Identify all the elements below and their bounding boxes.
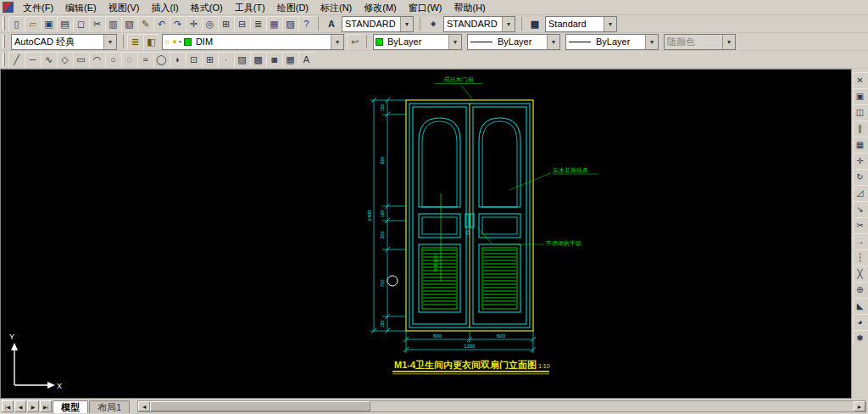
layer-on-icon[interactable]: ☼ xyxy=(164,37,170,46)
offset-icon[interactable]: ∥ xyxy=(853,120,868,136)
layer-states-manager-icon[interactable]: ◧ xyxy=(143,34,159,50)
polygon-icon[interactable]: ◇ xyxy=(57,52,73,68)
toolbar-grip[interactable] xyxy=(3,53,5,66)
dim-style-combo[interactable]: STANDARD ▾ xyxy=(443,16,515,32)
circle-icon[interactable]: ○ xyxy=(105,52,121,68)
toolbar-grip[interactable] xyxy=(3,35,5,48)
layer-combo[interactable]: ☼●▪ DIM ▾ xyxy=(162,34,344,50)
redo-icon[interactable]: ↷ xyxy=(170,16,186,32)
make-block-icon[interactable]: ⊞ xyxy=(202,52,218,68)
break-at-point-icon[interactable]: ┆ xyxy=(853,249,868,265)
layer-freeze-icon[interactable]: ● xyxy=(172,37,176,46)
undo-icon[interactable]: ↶ xyxy=(153,16,170,32)
open-icon[interactable]: ▱ xyxy=(25,16,41,32)
menu-draw[interactable]: 绘图(D) xyxy=(271,0,314,15)
construction-line-icon[interactable]: ─ xyxy=(25,52,41,68)
cut-icon[interactable]: ✂ xyxy=(89,16,105,32)
rectangle-icon[interactable]: ▭ xyxy=(73,52,89,68)
menu-insert[interactable]: 插入(I) xyxy=(145,0,184,15)
new-icon[interactable]: ▯ xyxy=(8,16,25,32)
explode-icon[interactable]: ✱ xyxy=(853,330,868,345)
zoom-previous-icon[interactable]: ⊟ xyxy=(234,16,250,32)
trim-icon[interactable]: ✂ xyxy=(853,217,868,232)
menu-tools[interactable]: 工具(T) xyxy=(229,0,271,15)
revision-cloud-icon[interactable]: ◌ xyxy=(121,52,137,68)
table-icon[interactable]: ▦ xyxy=(282,52,298,68)
text-style-combo[interactable]: STANDARD ▾ xyxy=(342,16,414,32)
tabs-last-icon[interactable]: ▶| xyxy=(40,400,52,412)
scale-icon[interactable]: ◿ xyxy=(853,185,868,200)
match-properties-icon[interactable]: ✎ xyxy=(137,16,153,32)
tabs-prev-icon[interactable]: ◀ xyxy=(14,400,26,412)
copy-icon[interactable]: ▣ xyxy=(853,88,868,104)
designcenter-icon[interactable]: ▦ xyxy=(266,16,282,32)
scrollbar-thumb[interactable] xyxy=(150,401,370,411)
menu-file[interactable]: 文件(F) xyxy=(17,0,59,15)
line-icon[interactable]: ╱ xyxy=(8,52,25,68)
mirror-icon[interactable]: ◫ xyxy=(853,104,868,120)
erase-icon[interactable]: ✕ xyxy=(853,72,868,87)
chevron-down-icon[interactable]: ▾ xyxy=(331,35,343,49)
linetype-combo[interactable]: ByLayer ▾ xyxy=(467,34,560,50)
tool-palettes-icon[interactable]: ▨ xyxy=(282,16,298,32)
zoom-realtime-icon[interactable]: ◎ xyxy=(202,16,218,32)
stretch-icon[interactable]: ↘ xyxy=(853,201,868,216)
point-icon[interactable]: · xyxy=(218,52,234,68)
chevron-down-icon[interactable]: ▾ xyxy=(448,35,461,49)
move-icon[interactable]: ✛ xyxy=(853,153,868,168)
scroll-right-icon[interactable]: ► xyxy=(854,401,865,411)
menu-format[interactable]: 格式(O) xyxy=(185,0,229,15)
layer-properties-manager-icon[interactable]: ≣ xyxy=(127,34,143,50)
zoom-window-icon[interactable]: ⊞ xyxy=(218,16,234,32)
chevron-down-icon[interactable]: ▾ xyxy=(502,17,515,31)
plot-icon[interactable]: ▤ xyxy=(57,16,73,32)
table-style-combo[interactable]: Standard ▾ xyxy=(545,16,617,32)
scroll-left-icon[interactable]: ◄ xyxy=(138,401,150,411)
tabs-next-icon[interactable]: ▶ xyxy=(27,400,39,412)
workspace-combo[interactable]: AutoCAD 经典 ▾ xyxy=(11,34,117,50)
extend-icon[interactable]: → xyxy=(853,233,868,249)
help-icon[interactable]: ? xyxy=(298,16,314,32)
copy-clip-icon[interactable]: ▥ xyxy=(105,16,121,32)
break-icon[interactable]: ╳ xyxy=(853,266,868,281)
chevron-down-icon[interactable]: ▾ xyxy=(103,35,116,49)
chevron-down-icon[interactable]: ▾ xyxy=(604,17,616,31)
toolbar-grip[interactable] xyxy=(3,17,5,31)
polyline-icon[interactable]: ∿ xyxy=(41,52,57,68)
multiline-text-icon[interactable]: A xyxy=(298,52,314,68)
chamfer-icon[interactable]: ◣ xyxy=(853,298,868,313)
array-icon[interactable]: ▦ xyxy=(853,137,868,152)
layer-previous-icon[interactable]: ↩ xyxy=(347,34,363,50)
lineweight-combo[interactable]: ByLayer ▾ xyxy=(565,34,659,50)
fillet-icon[interactable]: ◕ xyxy=(853,314,868,329)
arc-icon[interactable]: ◠ xyxy=(89,52,105,68)
pan-icon[interactable]: ✛ xyxy=(186,16,202,32)
region-icon[interactable]: ◙ xyxy=(266,52,282,68)
insert-block-icon[interactable]: ⊡ xyxy=(186,52,202,68)
menu-edit[interactable]: 编辑(E) xyxy=(59,0,103,15)
menu-help[interactable]: 帮助(H) xyxy=(448,0,492,15)
drawing-area[interactable]: 150 950 150 300 700 150 2400 600 600 120… xyxy=(0,69,851,399)
save-icon[interactable]: ▣ xyxy=(41,16,57,32)
menu-modify[interactable]: 修改(M) xyxy=(358,0,403,15)
tab-model[interactable]: 模型 xyxy=(53,400,88,413)
rotate-icon[interactable]: ↻ xyxy=(853,169,868,184)
menu-window[interactable]: 窗口(W) xyxy=(403,0,448,15)
menu-view[interactable]: 视图(V) xyxy=(103,0,146,15)
horizontal-scrollbar[interactable]: ◄ ► xyxy=(137,400,866,412)
scrollbar-track[interactable] xyxy=(370,401,854,411)
spline-icon[interactable]: ≈ xyxy=(137,52,153,68)
chevron-down-icon[interactable]: ▾ xyxy=(400,17,413,31)
chevron-down-icon[interactable]: ▾ xyxy=(547,35,559,49)
tab-layout1[interactable]: 布局1 xyxy=(89,400,130,413)
join-icon[interactable]: ⊕ xyxy=(853,282,868,297)
gradient-icon[interactable]: ▩ xyxy=(250,52,266,68)
layer-lock-icon[interactable]: ▪ xyxy=(179,37,181,46)
paste-icon[interactable]: ▧ xyxy=(121,16,137,32)
ellipse-icon[interactable]: ◯ xyxy=(153,52,170,68)
color-combo[interactable]: ByLayer ▾ xyxy=(373,34,462,50)
hatch-icon[interactable]: ▨ xyxy=(234,52,250,68)
properties-icon[interactable]: ≣ xyxy=(250,16,266,32)
ellipse-arc-icon[interactable]: ◗ xyxy=(170,52,186,68)
tabs-first-icon[interactable]: |◀ xyxy=(2,400,14,412)
